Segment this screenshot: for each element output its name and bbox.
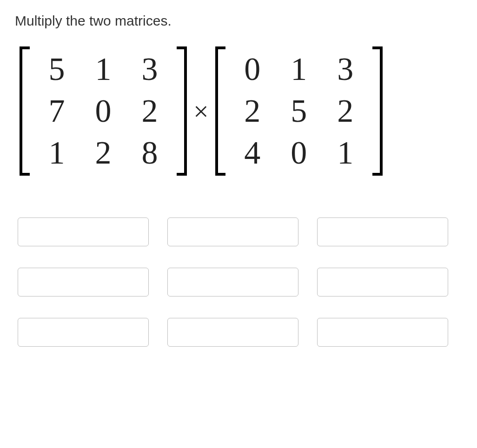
bracket-right-icon (177, 46, 187, 176)
matrix-b-cell: 4 (229, 132, 276, 174)
matrix-a-cell: 0 (80, 90, 126, 132)
matrix-a-cell: 5 (33, 48, 80, 90)
matrix-a: 5 1 3 7 0 2 1 2 8 (20, 46, 187, 176)
matrix-a-cell: 1 (33, 132, 80, 174)
bracket-left-icon (215, 46, 225, 176)
matrix-expression: 5 1 3 7 0 2 1 2 8 × 0 1 3 2 5 2 4 0 1 (15, 46, 462, 176)
matrix-a-cell: 8 (126, 132, 173, 174)
answer-cell-1-1[interactable] (167, 268, 298, 296)
bracket-right-icon (372, 46, 383, 176)
matrix-b-cell: 5 (276, 90, 322, 132)
matrix-b: 0 1 3 2 5 2 4 0 1 (215, 46, 383, 176)
multiply-operator: × (193, 96, 209, 127)
matrix-b-cell: 2 (229, 90, 276, 132)
matrix-a-cell: 1 (80, 48, 126, 90)
answer-cell-0-1[interactable] (167, 217, 298, 246)
matrix-a-cell: 3 (126, 48, 173, 90)
matrix-b-cell: 2 (322, 90, 369, 132)
matrix-a-cell: 2 (80, 132, 126, 174)
answer-cell-1-0[interactable] (18, 268, 149, 296)
matrix-b-cell: 3 (322, 48, 369, 90)
answer-cell-2-2[interactable] (317, 318, 448, 347)
answer-cell-0-0[interactable] (18, 217, 149, 246)
answer-cell-1-2[interactable] (317, 268, 448, 296)
bracket-left-icon (20, 46, 30, 176)
answer-matrix (15, 217, 462, 347)
matrix-b-cell: 1 (322, 132, 369, 174)
matrix-b-cell: 0 (229, 48, 276, 90)
matrix-a-cell: 2 (126, 90, 173, 132)
question-prompt: Multiply the two matrices. (15, 13, 462, 29)
answer-cell-2-1[interactable] (167, 318, 298, 347)
answer-cell-0-2[interactable] (317, 217, 448, 246)
matrix-a-cell: 7 (33, 90, 80, 132)
matrix-b-cell: 0 (276, 132, 322, 174)
matrix-b-cell: 1 (276, 48, 322, 90)
answer-cell-2-0[interactable] (18, 318, 149, 347)
